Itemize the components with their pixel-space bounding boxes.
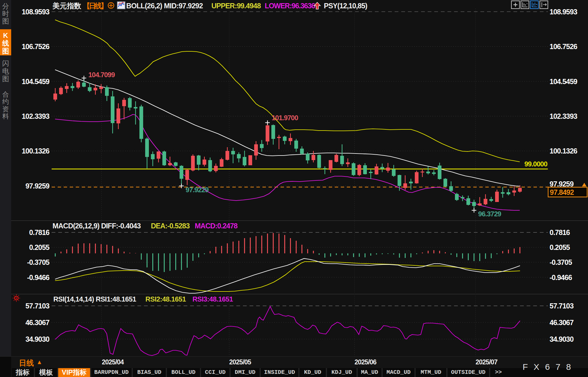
- svg-text:102.3393: 102.3393: [550, 112, 577, 120]
- svg-text:104.5459: 104.5459: [22, 77, 49, 85]
- svg-text:【日线】: 【日线】: [83, 2, 106, 10]
- svg-text:97.8492: 97.8492: [550, 188, 574, 196]
- svg-text:104.5459: 104.5459: [550, 77, 577, 85]
- svg-text:0.2055: 0.2055: [550, 243, 570, 251]
- svg-text:104.7099: 104.7099: [88, 71, 115, 79]
- svg-text:106.7526: 106.7526: [550, 42, 577, 50]
- svg-text:-0.9466: -0.9466: [27, 273, 49, 281]
- svg-text:美元指数: 美元指数: [52, 2, 81, 10]
- svg-text:97.9229: 97.9229: [186, 186, 209, 194]
- svg-text:MACD:0.2478: MACD:0.2478: [195, 222, 238, 230]
- svg-text:-0.3705: -0.3705: [550, 258, 572, 266]
- svg-text:34.9030: 34.9030: [26, 335, 49, 343]
- svg-text:97.9259: 97.9259: [550, 180, 573, 188]
- svg-text:RSI2:48.1651: RSI2:48.1651: [145, 295, 186, 303]
- svg-text:0.7816: 0.7816: [550, 228, 570, 236]
- svg-text:108.9593: 108.9593: [550, 8, 577, 16]
- svg-text:DEA:-0.5283: DEA:-0.5283: [151, 222, 190, 230]
- svg-text:102.3393: 102.3393: [22, 112, 49, 120]
- svg-text:101.9700: 101.9700: [272, 114, 298, 122]
- svg-text:100.1326: 100.1326: [550, 147, 577, 155]
- svg-text:BOLL(26,2) MID:97.9292: BOLL(26,2) MID:97.9292: [126, 2, 203, 10]
- svg-text:46.3067: 46.3067: [26, 318, 49, 327]
- svg-text:0.7816: 0.7816: [29, 228, 50, 236]
- svg-text:46.3067: 46.3067: [550, 318, 573, 327]
- svg-text:-0.3705: -0.3705: [27, 258, 50, 266]
- svg-text:100.1326: 100.1326: [22, 147, 49, 155]
- svg-text:57.7103: 57.7103: [550, 302, 573, 310]
- svg-text:106.7526: 106.7526: [22, 42, 49, 50]
- svg-text:96.3729: 96.3729: [478, 210, 501, 218]
- svg-text:UPPER:99.4948: UPPER:99.4948: [211, 2, 261, 10]
- svg-text:PSY(12,10,85): PSY(12,10,85): [324, 2, 367, 10]
- svg-text:108.9593: 108.9593: [22, 8, 49, 16]
- svg-text:MACD(26,12,9) DIFF:-0.4043: MACD(26,12,9) DIFF:-0.4043: [52, 222, 141, 230]
- svg-text:LOWER:96.3636: LOWER:96.3636: [265, 2, 315, 10]
- svg-text:RSI(14,14,14) RSI1:48.1651: RSI(14,14,14) RSI1:48.1651: [53, 295, 136, 303]
- svg-text:99.0000: 99.0000: [524, 160, 547, 168]
- svg-text:0.2055: 0.2055: [29, 243, 50, 251]
- svg-text:97.9259: 97.9259: [26, 182, 49, 190]
- svg-text:57.7103: 57.7103: [26, 302, 49, 310]
- svg-text:34.9030: 34.9030: [550, 335, 573, 343]
- svg-text:-0.9466: -0.9466: [550, 273, 572, 281]
- svg-text:RSI3:48.1651: RSI3:48.1651: [192, 295, 233, 303]
